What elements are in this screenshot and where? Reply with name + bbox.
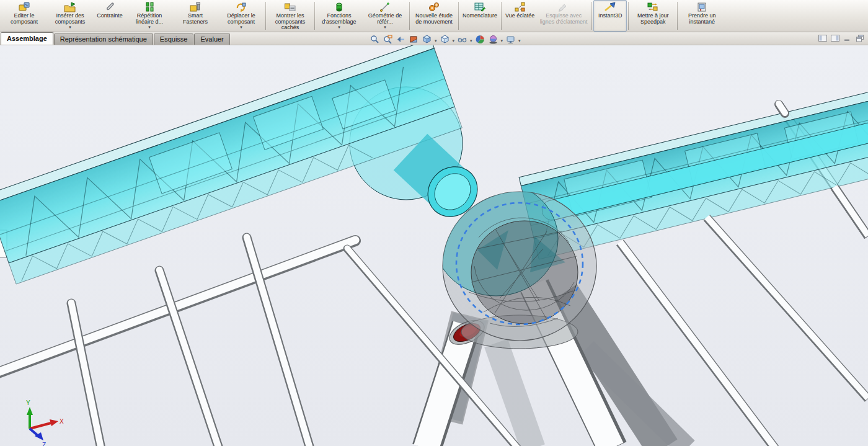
insert-components-label: Insérer des composants bbox=[50, 13, 91, 25]
reference-geometry-icon bbox=[379, 2, 391, 12]
dropdown-caret-icon[interactable] bbox=[452, 33, 456, 45]
apply-scene-icon[interactable] bbox=[487, 33, 499, 45]
dropdown-caret-icon[interactable] bbox=[69, 25, 71, 29]
tab-esquisse[interactable]: Esquisse bbox=[154, 33, 194, 45]
explode-line-sketch-button[interactable]: Esquisse avec lignes d'éclatement bbox=[537, 0, 590, 32]
bill-of-materials-button[interactable]: Nomenclature bbox=[460, 0, 500, 32]
take-snapshot-label: Prendre un instantané bbox=[681, 13, 722, 25]
mate-button[interactable]: Contrainte bbox=[93, 0, 126, 32]
instant3d-icon bbox=[604, 2, 616, 12]
toolbar-separator bbox=[591, 2, 592, 30]
move-component-button[interactable]: Déplacer le composant bbox=[218, 0, 264, 32]
assembly-features-icon bbox=[333, 2, 345, 12]
hide-show-items-icon[interactable] bbox=[456, 33, 468, 45]
motion-study-button[interactable]: Nouvelle étude de mouvement bbox=[411, 0, 457, 32]
edit-component-button[interactable]: Editer le composant bbox=[1, 0, 47, 32]
edit-component-label: Editer le composant bbox=[4, 13, 45, 25]
assembly-features-button[interactable]: Fonctions d'assemblage bbox=[316, 0, 362, 32]
tab-assemblage[interactable]: Assemblage bbox=[1, 32, 53, 45]
display-style-icon[interactable] bbox=[439, 33, 451, 45]
feature-pane-right-icon[interactable] bbox=[830, 34, 839, 42]
zoom-fit-icon[interactable] bbox=[369, 33, 381, 45]
assembly-features-label: Fonctions d'assemblage bbox=[319, 13, 360, 25]
update-speedpak-button[interactable]: Mettre à jour Speedpak bbox=[630, 0, 676, 32]
assembly-3d-scene[interactable]: Y X Z bbox=[0, 45, 868, 446]
edit-component-icon bbox=[18, 2, 30, 12]
triad-z-label: Z bbox=[42, 442, 46, 446]
triad-x-label: X bbox=[60, 418, 64, 425]
dropdown-caret-icon[interactable] bbox=[469, 33, 473, 45]
mate-label: Contrainte bbox=[97, 13, 123, 19]
show-hidden-components-icon bbox=[284, 2, 296, 12]
instant3d-label: Instant3D bbox=[598, 13, 622, 19]
heads-up-view-toolbar bbox=[369, 33, 521, 45]
insert-components-icon bbox=[64, 2, 76, 12]
smart-fasteners-button[interactable]: Smart Fasteners bbox=[172, 0, 218, 32]
toolbar-separator bbox=[628, 2, 629, 30]
dropdown-caret-icon[interactable] bbox=[434, 33, 438, 45]
exploded-view-button[interactable]: Vue éclatée bbox=[503, 0, 537, 32]
motion-study-icon bbox=[428, 2, 440, 12]
take-snapshot-button[interactable]: Prendre un instantané bbox=[679, 0, 725, 32]
restore-window-icon[interactable] bbox=[855, 34, 864, 42]
tab-strip: Assemblage Représentation schématique Es… bbox=[0, 32, 231, 45]
explode-line-sketch-icon bbox=[557, 2, 570, 12]
tab-representation-schematique[interactable]: Représentation schématique bbox=[54, 33, 153, 45]
toolbar-separator bbox=[677, 2, 678, 30]
update-speedpak-label: Mettre à jour Speedpak bbox=[632, 13, 673, 25]
smart-fasteners-label: Smart Fasteners bbox=[175, 13, 216, 25]
dropdown-caret-icon[interactable] bbox=[518, 33, 521, 45]
take-snapshot-icon bbox=[696, 2, 708, 12]
bill-of-materials-label: Nomenclature bbox=[463, 13, 497, 19]
explode-line-sketch-label: Esquisse avec lignes d'éclatement bbox=[539, 13, 588, 25]
edit-appearance-icon[interactable] bbox=[474, 33, 486, 45]
dropdown-caret-icon[interactable] bbox=[500, 33, 504, 45]
dropdown-caret-icon[interactable] bbox=[338, 25, 340, 29]
toolbar-separator bbox=[265, 2, 266, 30]
dropdown-caret-icon[interactable] bbox=[240, 25, 242, 29]
toolbar-separator bbox=[409, 2, 410, 30]
linear-pattern-icon bbox=[143, 2, 156, 12]
reference-geometry-button[interactable]: Géométrie de référ... bbox=[362, 0, 408, 32]
dropdown-caret-icon[interactable] bbox=[384, 25, 386, 29]
bill-of-materials-icon bbox=[474, 2, 486, 12]
update-speedpak-icon bbox=[647, 2, 659, 12]
previous-view-icon[interactable] bbox=[395, 33, 407, 45]
smart-fasteners-icon bbox=[189, 2, 202, 12]
mate-paperclip-icon bbox=[104, 2, 116, 12]
minimize-window-icon[interactable] bbox=[843, 34, 852, 42]
graphics-area[interactable]: Y X Z bbox=[0, 45, 868, 446]
exploded-view-label: Vue éclatée bbox=[505, 13, 534, 19]
command-manager-tab-row: Assemblage Représentation schématique Es… bbox=[0, 32, 868, 45]
zoom-area-icon[interactable] bbox=[382, 33, 394, 45]
show-hidden-components-button[interactable]: Montrer les composants cachés bbox=[267, 0, 313, 32]
document-window-controls bbox=[818, 34, 864, 42]
triad-y-label: Y bbox=[26, 399, 30, 406]
view-settings-icon[interactable] bbox=[505, 33, 516, 45]
linear-pattern-button[interactable]: Répétition linéaire d... bbox=[126, 0, 172, 32]
feature-pane-left-icon[interactable] bbox=[818, 34, 827, 42]
solidworks-window: Editer le composant Insérer des composan… bbox=[0, 0, 868, 446]
insert-components-button[interactable]: Insérer des composants bbox=[47, 0, 93, 32]
toolbar-separator bbox=[314, 2, 315, 30]
toolbar-separator bbox=[458, 2, 459, 30]
tab-evaluer[interactable]: Evaluer bbox=[194, 33, 229, 45]
move-component-label: Déplacer le composant bbox=[221, 13, 262, 25]
exploded-view-icon bbox=[514, 2, 526, 12]
dropdown-caret-icon[interactable] bbox=[148, 25, 151, 29]
view-orientation-icon[interactable] bbox=[421, 33, 433, 45]
linear-pattern-label: Répétition linéaire d... bbox=[129, 13, 170, 25]
instant3d-button[interactable]: Instant3D bbox=[593, 0, 627, 32]
section-view-icon[interactable] bbox=[408, 33, 420, 45]
motion-study-label: Nouvelle étude de mouvement bbox=[414, 13, 454, 25]
move-component-icon bbox=[235, 2, 247, 12]
reference-geometry-label: Géométrie de référ... bbox=[365, 13, 405, 25]
show-hidden-components-label: Montrer les composants cachés bbox=[270, 13, 311, 31]
command-manager-toolbar: Editer le composant Insérer des composan… bbox=[0, 0, 868, 32]
toolbar-separator bbox=[501, 2, 502, 30]
